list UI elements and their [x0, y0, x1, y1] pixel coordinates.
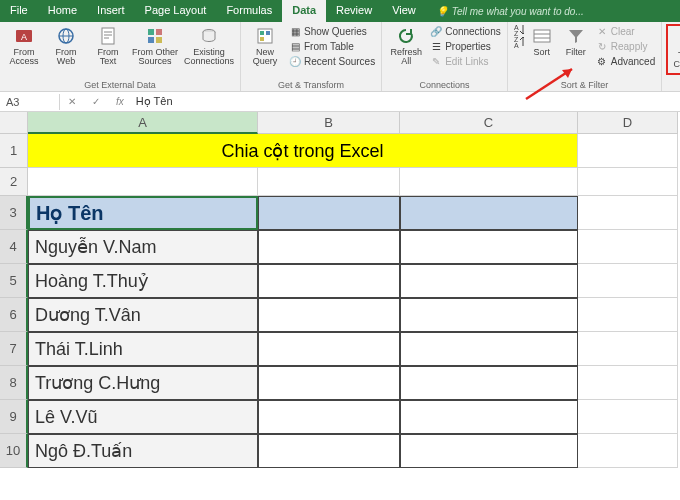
- recent-sources-button[interactable]: 🕘Recent Sources: [287, 54, 377, 68]
- cell-b5[interactable]: [258, 264, 400, 298]
- conn-icon: 🔗: [430, 25, 442, 37]
- cell-d5[interactable]: [578, 264, 678, 298]
- cancel-fx-icon[interactable]: ✕: [64, 96, 80, 107]
- editlinks-icon: ✎: [430, 55, 442, 67]
- col-header-b[interactable]: B: [258, 112, 400, 134]
- row-header-8[interactable]: 8: [0, 366, 28, 400]
- access-icon: A: [14, 26, 34, 46]
- cell-c8[interactable]: [400, 366, 578, 400]
- tab-view[interactable]: View: [382, 0, 426, 22]
- col-header-c[interactable]: C: [400, 112, 578, 134]
- properties-button[interactable]: ☰Properties: [428, 39, 503, 53]
- new-query-button[interactable]: NewQuery: [245, 24, 285, 69]
- from-web-button[interactable]: FromWeb: [46, 24, 86, 69]
- cell-d4[interactable]: [578, 230, 678, 264]
- existing-connections-button[interactable]: ExistingConnections: [182, 24, 236, 69]
- cell-c7[interactable]: [400, 332, 578, 366]
- cell-b8[interactable]: [258, 366, 400, 400]
- tab-formulas[interactable]: Formulas: [216, 0, 282, 22]
- show-queries-button[interactable]: ▦Show Queries: [287, 24, 377, 38]
- cell-b9[interactable]: [258, 400, 400, 434]
- tab-home[interactable]: Home: [38, 0, 87, 22]
- cell-d9[interactable]: [578, 400, 678, 434]
- cell-a10[interactable]: Ngô Đ.Tuấn: [28, 434, 258, 468]
- cell-b7[interactable]: [258, 332, 400, 366]
- formula-bar: A3 ✕ ✓ fx Họ Tên: [0, 92, 680, 112]
- new-query-label: NewQuery: [253, 48, 278, 67]
- cell-a7[interactable]: Thái T.Linh: [28, 332, 258, 366]
- fx-icon[interactable]: fx: [112, 96, 128, 107]
- enter-fx-icon[interactable]: ✓: [88, 96, 104, 107]
- filter-button[interactable]: Filter: [560, 24, 592, 59]
- cell-b3[interactable]: [258, 196, 400, 230]
- group-connections: RefreshAll 🔗Connections ☰Properties ✎Edi…: [382, 22, 508, 91]
- row-header-9[interactable]: 9: [0, 400, 28, 434]
- cell-d3[interactable]: [578, 196, 678, 230]
- cell-b4[interactable]: [258, 230, 400, 264]
- connections-button[interactable]: 🔗Connections: [428, 24, 503, 38]
- bulb-icon: 💡: [436, 6, 448, 17]
- row-header-3[interactable]: 3: [0, 196, 28, 230]
- cell-d7[interactable]: [578, 332, 678, 366]
- from-table-button[interactable]: ▤From Table: [287, 39, 377, 53]
- col-header-d[interactable]: D: [578, 112, 678, 134]
- refresh-all-button[interactable]: RefreshAll: [386, 24, 426, 69]
- tab-file[interactable]: File: [0, 0, 38, 22]
- from-text-button[interactable]: FromText: [88, 24, 128, 69]
- select-all-corner[interactable]: [0, 112, 28, 134]
- cell-a6[interactable]: Dương T.Vân: [28, 298, 258, 332]
- cell-d1[interactable]: [578, 134, 678, 168]
- new-query-icon: [255, 26, 275, 46]
- tell-me[interactable]: 💡 Tell me what you want to do...: [426, 0, 594, 22]
- cell-title-merged[interactable]: Chia cột trong Excel: [28, 134, 578, 168]
- row-header-2[interactable]: 2: [0, 168, 28, 196]
- row-header-5[interactable]: 5: [0, 264, 28, 298]
- filter-icon: [566, 26, 586, 46]
- row-header-4[interactable]: 4: [0, 230, 28, 264]
- group-data-tools: Text toColumns FlashFill RemoveDuplicate…: [662, 22, 680, 91]
- tab-page-layout[interactable]: Page Layout: [135, 0, 217, 22]
- row-header-7[interactable]: 7: [0, 332, 28, 366]
- tab-insert[interactable]: Insert: [87, 0, 135, 22]
- clear-button[interactable]: ✕Clear: [594, 24, 657, 38]
- tab-review[interactable]: Review: [326, 0, 382, 22]
- existing-conn-icon: [199, 26, 219, 46]
- formula-input[interactable]: Họ Tên: [136, 95, 173, 108]
- cell-c10[interactable]: [400, 434, 578, 468]
- cell-c3[interactable]: [400, 196, 578, 230]
- reapply-button[interactable]: ↻Reapply: [594, 39, 657, 53]
- sort-button[interactable]: Sort: [526, 24, 558, 59]
- from-other-sources-button[interactable]: From OtherSources: [130, 24, 180, 69]
- text-to-columns-button[interactable]: Text toColumns: [669, 27, 680, 72]
- cell-c2[interactable]: [400, 168, 578, 196]
- tab-data[interactable]: Data: [282, 0, 326, 22]
- group-label-sf: Sort & Filter: [512, 80, 657, 91]
- cell-d6[interactable]: [578, 298, 678, 332]
- cell-b2[interactable]: [258, 168, 400, 196]
- cell-a8[interactable]: Trương C.Hưng: [28, 366, 258, 400]
- cell-d8[interactable]: [578, 366, 678, 400]
- cell-a5[interactable]: Hoàng T.Thuỷ: [28, 264, 258, 298]
- row-header-10[interactable]: 10: [0, 434, 28, 468]
- cell-c6[interactable]: [400, 298, 578, 332]
- cell-c5[interactable]: [400, 264, 578, 298]
- col-header-a[interactable]: A: [28, 112, 258, 134]
- cell-b6[interactable]: [258, 298, 400, 332]
- cell-b10[interactable]: [258, 434, 400, 468]
- cell-d10[interactable]: [578, 434, 678, 468]
- cell-a3[interactable]: Họ Tên: [28, 196, 258, 230]
- cell-c4[interactable]: [400, 230, 578, 264]
- row-header-1[interactable]: 1: [0, 134, 28, 168]
- cell-a4[interactable]: Nguyễn V.Nam: [28, 230, 258, 264]
- advanced-button[interactable]: ⚙Advanced: [594, 54, 657, 68]
- cell-a9[interactable]: Lê V.Vũ: [28, 400, 258, 434]
- cell-a2[interactable]: [28, 168, 258, 196]
- edit-links-button[interactable]: ✎Edit Links: [428, 54, 503, 68]
- row-header-6[interactable]: 6: [0, 298, 28, 332]
- name-box[interactable]: A3: [0, 94, 60, 110]
- sort-za-button[interactable]: ZA: [512, 36, 524, 48]
- cell-c9[interactable]: [400, 400, 578, 434]
- cell-d2[interactable]: [578, 168, 678, 196]
- fx-label: fx: [116, 96, 124, 107]
- from-access-button[interactable]: A FromAccess: [4, 24, 44, 69]
